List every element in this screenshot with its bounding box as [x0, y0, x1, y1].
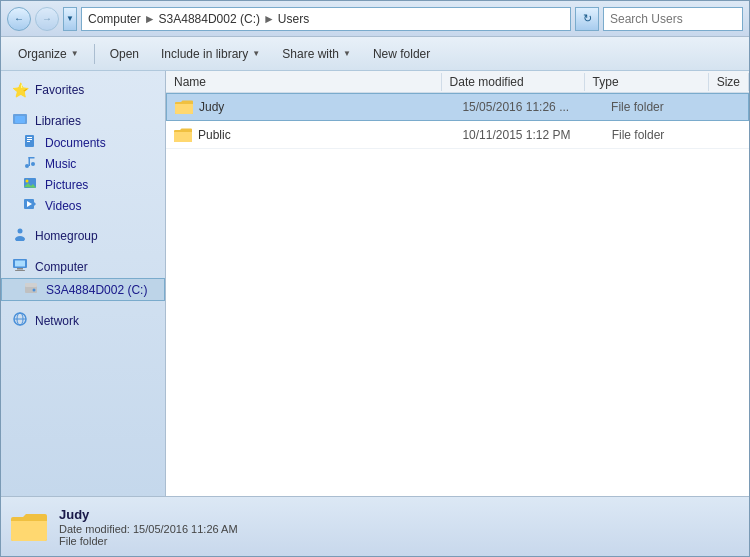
svg-marker-13	[34, 202, 36, 206]
sidebar-section-homegroup: Homegroup	[1, 224, 165, 247]
computer-icon	[11, 258, 29, 275]
col-header-name[interactable]: Name	[166, 73, 442, 91]
sidebar-section-favorites: ⭐ Favorites	[1, 79, 165, 101]
status-date-detail: Date modified: 15/05/2016 11:26 AM	[59, 523, 238, 535]
nav-dropdown-button[interactable]: ▼	[63, 7, 77, 31]
file-type-public: File folder	[604, 126, 733, 144]
file-name-judy: Judy	[167, 98, 454, 116]
svg-rect-9	[29, 157, 35, 159]
status-type: File folder	[59, 535, 238, 547]
col-header-type[interactable]: Type	[585, 73, 709, 91]
sidebar-item-drive[interactable]: S3A4884D002 (C:)	[1, 278, 165, 301]
sidebar-label-libraries: Libraries	[35, 114, 81, 128]
breadcrumb: Computer ► S3A4884D002 (C:) ► Users	[81, 7, 571, 31]
svg-rect-4	[27, 139, 32, 140]
organize-button[interactable]: Organize ▼	[9, 43, 88, 65]
file-size-public	[733, 133, 749, 137]
music-icon	[23, 155, 39, 172]
videos-icon	[23, 197, 39, 214]
svg-rect-20	[15, 270, 25, 271]
file-date-public: 10/11/2015 1:12 PM	[454, 126, 603, 144]
sidebar-label-videos: Videos	[45, 199, 81, 213]
include-in-library-button[interactable]: Include in library ▼	[152, 43, 269, 65]
sidebar-label-music: Music	[45, 157, 76, 171]
sidebar-label-pictures: Pictures	[45, 178, 88, 192]
file-name-public: Public	[166, 126, 454, 144]
sidebar-item-music[interactable]: Music	[1, 153, 165, 174]
toolbar: Organize ▼ Open Include in library ▼ Sha…	[1, 37, 749, 71]
status-info: Judy Date modified: 15/05/2016 11:26 AM …	[59, 507, 238, 547]
sidebar-item-homegroup[interactable]: Homegroup	[1, 224, 165, 247]
share-dropdown-icon: ▼	[343, 49, 351, 58]
sidebar-label-documents: Documents	[45, 136, 106, 150]
homegroup-icon	[11, 227, 29, 244]
open-button[interactable]: Open	[101, 43, 148, 65]
svg-point-16	[15, 236, 25, 241]
breadcrumb-computer[interactable]: Computer	[88, 12, 141, 26]
sidebar-item-libraries[interactable]: Libraries	[1, 109, 165, 132]
sidebar-label-favorites: Favorites	[35, 83, 84, 97]
network-icon	[11, 312, 29, 329]
main-area: ⭐ Favorites Libraries Documents	[1, 71, 749, 496]
svg-point-15	[18, 229, 23, 234]
svg-rect-18	[15, 261, 25, 267]
svg-point-23	[33, 289, 36, 292]
sidebar-item-network[interactable]: Network	[1, 309, 165, 332]
pictures-icon	[23, 176, 39, 193]
forward-button[interactable]: →	[35, 7, 59, 31]
sidebar-label-drive: S3A4884D002 (C:)	[46, 283, 147, 297]
file-type-judy: File folder	[603, 98, 732, 116]
svg-rect-5	[27, 141, 30, 142]
sidebar-item-favorites[interactable]: ⭐ Favorites	[1, 79, 165, 101]
status-folder-icon	[11, 509, 47, 545]
sidebar-section-computer: Computer S3A4884D002 (C:)	[1, 255, 165, 301]
sidebar-label-homegroup: Homegroup	[35, 229, 98, 243]
svg-rect-19	[17, 268, 23, 270]
drive-icon	[24, 281, 40, 298]
sidebar-label-network: Network	[35, 314, 79, 328]
file-area: Name Date modified Type Size Judy 15/05/…	[166, 71, 749, 496]
back-button[interactable]: ←	[7, 7, 31, 31]
file-row-public[interactable]: Public 10/11/2015 1:12 PM File folder	[166, 121, 749, 149]
new-folder-button[interactable]: New folder	[364, 43, 439, 65]
svg-point-11	[26, 180, 29, 183]
file-list-header: Name Date modified Type Size	[166, 71, 749, 93]
col-header-size[interactable]: Size	[709, 73, 749, 91]
col-header-date[interactable]: Date modified	[442, 73, 585, 91]
svg-point-7	[31, 162, 35, 166]
file-row-judy[interactable]: Judy 15/05/2016 11:26 ... File folder	[166, 93, 749, 121]
breadcrumb-current: Users	[278, 12, 309, 26]
sidebar-item-videos[interactable]: Videos	[1, 195, 165, 216]
breadcrumb-drive[interactable]: S3A4884D002 (C:)	[159, 12, 260, 26]
toolbar-separator-1	[94, 44, 95, 64]
sidebar: ⭐ Favorites Libraries Documents	[1, 71, 166, 496]
sidebar-label-computer: Computer	[35, 260, 88, 274]
svg-rect-3	[27, 137, 32, 138]
svg-point-6	[25, 164, 29, 168]
svg-rect-22	[25, 283, 37, 287]
svg-rect-1	[15, 116, 25, 123]
file-size-judy	[732, 105, 748, 109]
search-input[interactable]	[603, 7, 743, 31]
documents-icon	[23, 134, 39, 151]
sidebar-section-network: Network	[1, 309, 165, 332]
libraries-icon	[11, 112, 29, 129]
organize-dropdown-icon: ▼	[71, 49, 79, 58]
status-name: Judy	[59, 507, 238, 522]
address-bar: ← → ▼ Computer ► S3A4884D002 (C:) ► User…	[1, 1, 749, 37]
sidebar-item-pictures[interactable]: Pictures	[1, 174, 165, 195]
refresh-button[interactable]: ↻	[575, 7, 599, 31]
sidebar-item-documents[interactable]: Documents	[1, 132, 165, 153]
include-library-dropdown-icon: ▼	[252, 49, 260, 58]
file-date-judy: 15/05/2016 11:26 ...	[454, 98, 603, 116]
explorer-window: ← → ▼ Computer ► S3A4884D002 (C:) ► User…	[0, 0, 750, 557]
sidebar-section-libraries: Libraries Documents Music	[1, 109, 165, 216]
favorites-icon: ⭐	[11, 82, 29, 98]
share-with-button[interactable]: Share with ▼	[273, 43, 360, 65]
status-bar: Judy Date modified: 15/05/2016 11:26 AM …	[1, 496, 749, 556]
sidebar-item-computer[interactable]: Computer	[1, 255, 165, 278]
